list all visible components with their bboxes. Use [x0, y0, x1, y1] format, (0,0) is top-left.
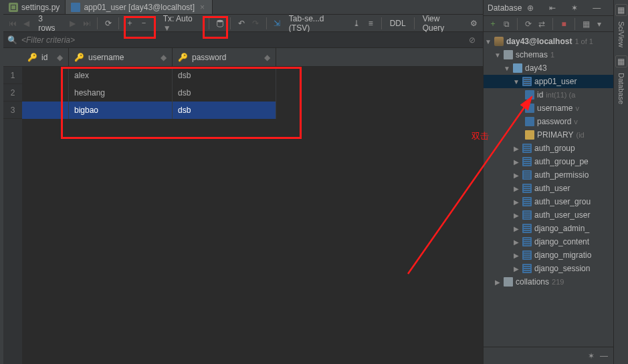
expand-icon[interactable]: ▶: [513, 238, 520, 246]
clear-filter-icon[interactable]: ⊘: [465, 35, 479, 45]
database-tab[interactable]: Database: [617, 73, 625, 104]
redo-icon[interactable]: ↷: [249, 17, 262, 30]
cell-id[interactable]: [22, 102, 69, 119]
duplicate-icon[interactable]: ⧉: [501, 19, 512, 29]
column-icon: [525, 90, 534, 100]
next-page-icon[interactable]: ▶: [66, 17, 79, 30]
sort-icon[interactable]: ◆: [264, 53, 270, 62]
sort-icon[interactable]: ◆: [161, 53, 167, 62]
schema-node[interactable]: ▼ day43: [484, 61, 613, 75]
cell-id[interactable]: [22, 84, 69, 102]
pin-icon[interactable]: ⇲: [271, 17, 284, 30]
tab-app01-user[interactable]: app01_user [day43@localhost] ×: [66, 0, 213, 14]
refresh-icon[interactable]: ⟳: [523, 19, 534, 29]
refresh-icon[interactable]: ⟳: [102, 17, 114, 30]
column-node[interactable]: username v: [484, 102, 613, 115]
settings-icon[interactable]: ⚙: [467, 17, 480, 30]
revert-icon[interactable]: ↶: [235, 17, 247, 30]
table-node[interactable]: ▶auth_group_pe: [484, 155, 613, 168]
expand-icon[interactable]: ▶: [513, 172, 520, 179]
cell-username[interactable]: bigbao: [69, 102, 173, 119]
expand-icon[interactable]: ▶: [513, 158, 520, 166]
table-node-app01-user[interactable]: ▼ app01_user: [484, 75, 613, 88]
sync-icon[interactable]: ⇄: [536, 19, 547, 29]
add-datasource-icon[interactable]: ＋: [488, 19, 498, 29]
table-node[interactable]: ▶auth_user_user: [484, 208, 613, 222]
collations-node[interactable]: ▶ collations 219: [484, 275, 613, 289]
table-view-icon[interactable]: ▦: [581, 19, 591, 29]
cell-password[interactable]: dsb: [173, 102, 276, 119]
stop-icon[interactable]: ■: [558, 19, 569, 29]
remove-row-button[interactable]: －: [138, 17, 150, 30]
column-header-password[interactable]: 🔑 password ◆: [173, 48, 276, 66]
column-node[interactable]: PRIMARY (id: [484, 128, 613, 142]
first-page-icon[interactable]: ⏮: [6, 17, 19, 30]
expand-icon[interactable]: ▶: [513, 265, 520, 272]
last-page-icon[interactable]: ⏭: [80, 17, 93, 30]
import-icon[interactable]: ≡: [364, 17, 377, 30]
row-number[interactable]: 1: [3, 67, 22, 84]
column-header-id[interactable]: 🔑 id ◆: [22, 48, 69, 66]
table-node[interactable]: ▶django_content: [484, 235, 613, 248]
sciview-tab[interactable]: SciView: [617, 21, 625, 47]
column-icon: [525, 104, 534, 113]
table-row[interactable]: bigbao dsb: [22, 102, 483, 119]
expand-icon[interactable]: ▶: [513, 185, 520, 192]
tx-mode[interactable]: Tx: Auto ▼: [159, 14, 205, 33]
expand-icon[interactable]: ▶: [513, 225, 520, 232]
gear-icon[interactable]: ✶: [588, 351, 595, 361]
close-icon[interactable]: ×: [198, 3, 207, 12]
column-node[interactable]: password v: [484, 115, 613, 128]
table-row[interactable]: heshang dsb: [22, 84, 483, 102]
table-node[interactable]: ▶auth_group: [484, 142, 613, 155]
collapse-icon[interactable]: ⇤: [548, 3, 566, 13]
datasource-node[interactable]: ▼ day43@localhost 1 of 1: [484, 35, 613, 48]
table-icon: [522, 77, 532, 86]
hide-icon[interactable]: —: [600, 351, 608, 361]
add-row-button[interactable]: ＋: [123, 17, 136, 30]
table-node[interactable]: ▶auth_permissio: [484, 168, 613, 182]
table-node[interactable]: ▶django_admin_: [484, 222, 613, 235]
tab-label: settings.py: [21, 3, 60, 12]
expand-icon[interactable]: ▼: [513, 78, 520, 85]
output-format[interactable]: Tab-se...d (TSV): [285, 14, 349, 33]
view-query-button[interactable]: View Query: [419, 14, 466, 33]
prev-page-icon[interactable]: ◀: [20, 17, 33, 30]
table-node[interactable]: ▶django_migratio: [484, 248, 613, 262]
table-node[interactable]: ▶auth_user: [484, 182, 613, 195]
table-node[interactable]: ▶django_session: [484, 262, 613, 275]
commit-icon[interactable]: [213, 17, 226, 30]
strip-button[interactable]: ▦: [615, 4, 627, 16]
cell-username[interactable]: heshang: [69, 84, 173, 102]
table-row[interactable]: alex dsb: [22, 67, 483, 84]
expand-icon[interactable]: ▼: [504, 65, 510, 72]
more-icon[interactable]: ▾: [594, 19, 605, 29]
expand-icon[interactable]: ▶: [513, 198, 520, 206]
strip-button[interactable]: ▦: [615, 55, 627, 67]
column-node[interactable]: id int(11) (a: [484, 88, 613, 102]
cell-username[interactable]: alex: [69, 67, 173, 84]
schemas-node[interactable]: ▼ schemas 1: [484, 48, 613, 61]
filter-input[interactable]: [21, 35, 461, 45]
row-number[interactable]: 2: [3, 84, 22, 102]
expand-icon[interactable]: ▶: [494, 279, 501, 286]
target-icon[interactable]: ⊕: [526, 3, 544, 13]
expand-icon[interactable]: ▶: [513, 252, 520, 259]
row-number[interactable]: 3: [3, 102, 22, 119]
export-icon[interactable]: ⤓: [350, 17, 362, 30]
expand-icon[interactable]: ▶: [513, 212, 520, 219]
table-node[interactable]: ▶auth_user_grou: [484, 195, 613, 208]
cell-password[interactable]: dsb: [173, 84, 276, 102]
column-header-username[interactable]: 🔑 username ◆: [69, 48, 173, 66]
table-icon: [522, 224, 532, 233]
expand-icon[interactable]: ▶: [513, 145, 520, 152]
gear-icon[interactable]: ✶: [570, 3, 588, 13]
cell-password[interactable]: dsb: [173, 67, 276, 84]
tab-settings[interactable]: settings.py: [3, 0, 66, 14]
sort-icon[interactable]: ◆: [57, 53, 63, 62]
hide-icon[interactable]: —: [591, 3, 609, 13]
cell-id[interactable]: [22, 67, 69, 84]
ddl-button[interactable]: DDL: [386, 19, 410, 28]
expand-icon[interactable]: ▼: [494, 51, 501, 59]
expand-icon[interactable]: ▼: [485, 38, 492, 45]
